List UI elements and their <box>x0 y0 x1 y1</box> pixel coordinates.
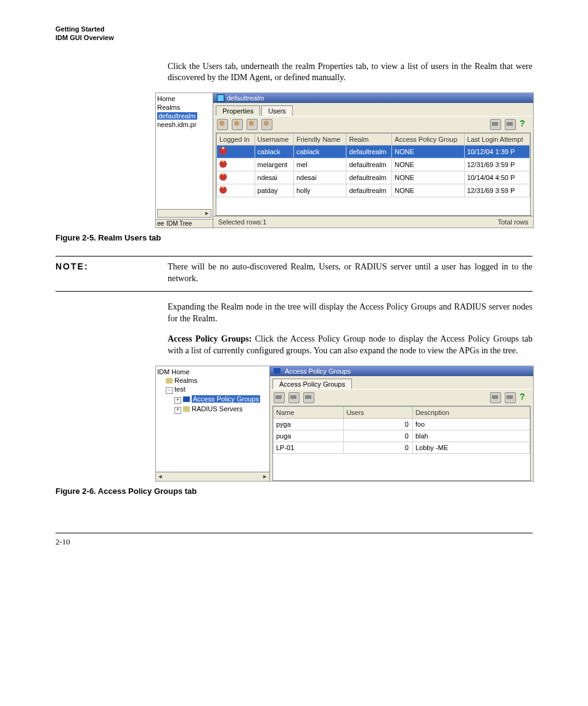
realm-tabs: Properties Users <box>213 103 533 116</box>
figure-2-6-caption: Figure 2-6. Access Policy Groups tab <box>55 486 533 496</box>
footer-rule <box>55 533 533 533</box>
tree-realms[interactable]: Realms <box>157 103 213 112</box>
apg-title-icon <box>274 368 280 374</box>
cell-username: ndesai <box>255 171 293 184</box>
table-row[interactable]: puga0blah <box>274 430 530 441</box>
users-grid[interactable]: Logged InUsernameFriendly NameRealmAcces… <box>216 133 531 216</box>
export-icon[interactable] <box>505 119 516 130</box>
table-row[interactable]: patdayhollydefaultrealmNONE12/31/69 3:59… <box>217 184 530 197</box>
apg-lead: Access Policy Groups: <box>168 334 251 343</box>
cell-apg: NONE <box>392 184 464 197</box>
tab-properties[interactable]: Properties <box>216 105 260 116</box>
apg-title: Access Policy Groups <box>285 367 351 375</box>
apg-col-0[interactable]: Name <box>274 406 344 418</box>
realm-titlebar: defaultrealm <box>213 93 533 103</box>
refresh-icon[interactable] <box>261 119 272 130</box>
add-user-icon[interactable] <box>217 119 228 130</box>
cell-users: 0 <box>343 441 412 453</box>
tree-scrollbar[interactable]: ▸ <box>157 209 211 218</box>
cell-apg: NONE <box>392 146 464 158</box>
paragraph-apg: Access Policy Groups: Click the Access P… <box>168 334 533 357</box>
cell-friendly: ndesai <box>293 171 346 184</box>
paragraph-intro: Click the Users tab, underneath the real… <box>168 61 533 84</box>
tree2-test[interactable]: -test <box>157 385 268 395</box>
cell-last: 12/31/69 3:59 P <box>464 158 529 171</box>
apg-col-2[interactable]: Description <box>412 406 529 418</box>
figure-2-5-caption: Figure 2-5. Realm Users tab <box>55 233 533 242</box>
apg-grid[interactable]: NameUsersDescription pyga0foopuga0blahLP… <box>272 406 531 481</box>
tree2-radius[interactable]: +RADIUS Servers <box>157 404 268 414</box>
users-col-1[interactable]: Username <box>255 134 293 146</box>
apg-delete-icon[interactable] <box>303 392 314 403</box>
realm-title: defaultrealm <box>227 94 264 102</box>
users-toolbar: ? <box>213 116 533 133</box>
tree-tab-idm[interactable]: IDM Tree <box>166 220 192 227</box>
users-col-5[interactable]: Last Login Attempt <box>464 134 529 146</box>
table-row[interactable]: LP-010Lobby -ME <box>274 441 530 453</box>
page-header: Getting Started IDM GUI Overview <box>55 25 533 43</box>
users-col-0[interactable]: Logged In <box>217 134 255 146</box>
tree2-home[interactable]: IDM Home <box>157 367 268 376</box>
tree-tab-ee[interactable]: ee <box>157 220 164 227</box>
cell-desc: foo <box>412 418 529 430</box>
cell-name: puga <box>274 430 344 441</box>
users-col-2[interactable]: Friendly Name <box>293 134 346 146</box>
note-block: NOTE: There will be no auto-discovered R… <box>55 256 533 292</box>
header-line2: IDM GUI Overview <box>55 33 533 42</box>
cell-last: 12/31/69 3:59 P <box>464 184 529 197</box>
cell-users: 0 <box>343 430 412 441</box>
apg-print-icon[interactable] <box>490 392 501 403</box>
cell-friendly: holly <box>293 184 346 197</box>
apg-tabs: Access Policy Groups <box>270 376 533 389</box>
tree2-apg[interactable]: +Access Policy Groups <box>157 395 268 404</box>
apg-add-icon[interactable] <box>274 392 285 403</box>
figure-2-6-screenshot: IDM Home Realms -test +Access Policy Gro… <box>155 366 534 482</box>
tree-bottom-tabs[interactable]: ee IDM Tree <box>156 219 213 228</box>
cell-users: 0 <box>343 418 412 430</box>
user-status-icon <box>219 173 227 181</box>
user-status-icon <box>219 147 227 155</box>
user-status-icon <box>219 186 227 194</box>
users-statusbar: Selected rows:1 Total rows <box>213 216 533 228</box>
apg-export-icon[interactable] <box>505 392 516 403</box>
figure-2-5-screenshot: Home Realms defaultrealm neesh.idm.pr ▸ … <box>155 92 534 228</box>
cell-username: cablack <box>255 146 293 158</box>
tree2-scrollbar[interactable]: ◂▸ <box>156 472 269 481</box>
apg-help-icon[interactable]: ? <box>520 392 529 402</box>
cell-desc: Lobby -ME <box>412 441 529 453</box>
idm-tree-pane[interactable]: Home Realms defaultrealm neesh.idm.pr ▸ … <box>156 93 213 228</box>
apg-col-1[interactable]: Users <box>343 406 412 418</box>
table-row[interactable]: cablackcablackdefaultrealmNONE10/12/04 1… <box>217 146 530 158</box>
apg-titlebar: Access Policy Groups <box>270 366 533 376</box>
status-selected: Selected rows:1 <box>218 218 266 226</box>
print-icon[interactable] <box>490 119 501 130</box>
header-line1: Getting Started <box>55 25 533 33</box>
cell-desc: blah <box>412 430 529 441</box>
cell-last: 10/14/04 4:50 P <box>464 171 529 184</box>
tab-apg[interactable]: Access Policy Groups <box>272 379 352 389</box>
users-col-3[interactable]: Realm <box>346 134 392 146</box>
table-row[interactable]: pyga0foo <box>274 418 530 430</box>
tree-home[interactable]: Home <box>157 94 213 103</box>
apg-edit-icon[interactable] <box>288 392 300 403</box>
apg-main-pane: Access Policy Groups Access Policy Group… <box>270 366 533 481</box>
tree-realm-selected[interactable]: defaultrealm <box>157 112 213 120</box>
status-total: Total rows <box>497 218 528 226</box>
help-icon[interactable]: ? <box>520 119 529 129</box>
delete-user-icon[interactable] <box>247 119 258 130</box>
realm-main-pane: defaultrealm Properties Users ? Logged I… <box>213 93 533 228</box>
users-col-4[interactable]: Access Policy Group <box>392 134 464 146</box>
apg-tree-pane[interactable]: IDM Home Realms -test +Access Policy Gro… <box>156 366 270 481</box>
edit-user-icon[interactable] <box>232 119 243 130</box>
realm-icon <box>217 94 224 102</box>
user-status-icon <box>219 160 227 168</box>
tree-server[interactable]: neesh.idm.pr <box>157 120 213 129</box>
cell-name: LP-01 <box>274 441 344 453</box>
note-text: There will be no auto-discovered Realm, … <box>168 261 533 285</box>
tab-users[interactable]: Users <box>261 105 293 116</box>
tree2-realms[interactable]: Realms <box>157 376 268 385</box>
table-row[interactable]: ndesaindesaidefaultrealmNONE10/14/04 4:5… <box>217 171 530 184</box>
cell-last: 10/12/04 1:39 P <box>464 146 529 158</box>
cell-username: patday <box>255 184 293 197</box>
table-row[interactable]: melargentmeldefaultrealmNONE12/31/69 3:5… <box>217 158 530 171</box>
